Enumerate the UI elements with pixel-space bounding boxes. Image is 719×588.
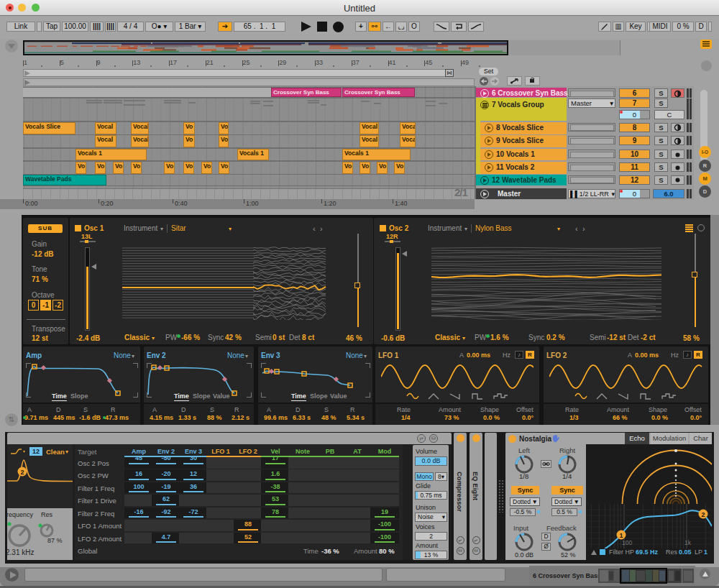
svg-text:2: 2 bbox=[701, 511, 705, 518]
svg-text:1k: 1k bbox=[684, 539, 692, 546]
svg-text:2: 2 bbox=[20, 469, 24, 476]
svg-text:100: 100 bbox=[622, 539, 632, 546]
svg-text:1: 1 bbox=[619, 532, 623, 539]
